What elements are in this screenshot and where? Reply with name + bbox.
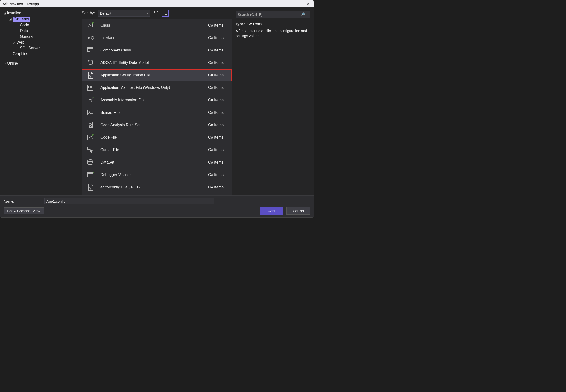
svg-point-34: [89, 123, 91, 126]
item-app-config[interactable]: Application Configuration File C# Items: [82, 69, 232, 81]
item-class[interactable]: C# Class C# Items: [82, 19, 232, 32]
svg-point-20: [88, 60, 93, 62]
svg-rect-9: [165, 12, 167, 12]
item-name: Class: [101, 23, 208, 28]
add-button[interactable]: Add: [260, 207, 283, 215]
sort-by-value: Default: [100, 11, 111, 15]
item-assembly-info[interactable]: C#i Assembly Information File C# Items: [82, 94, 232, 106]
item-name: Component Class: [101, 48, 208, 53]
type-value: C# Items: [247, 22, 262, 26]
chevron-down-icon: ◢: [4, 12, 7, 15]
tree-label: Installed: [7, 11, 21, 15]
tree-online[interactable]: ▷ Online: [3, 61, 79, 66]
svg-point-14: [88, 37, 90, 39]
item-category: C# Items: [208, 73, 224, 77]
tree-label: Web: [16, 40, 24, 44]
chevron-down-icon: ▼: [306, 13, 308, 15]
toolbar: Sort by: Default ▼: [82, 7, 232, 19]
item-name: Bitmap File: [101, 110, 208, 115]
svg-rect-33: [88, 122, 93, 128]
tree-label: Graphics: [13, 52, 28, 56]
button-row: Show Compact View Add Cancel: [4, 207, 310, 215]
type-label: Type:: [235, 22, 245, 26]
svg-point-19: [88, 51, 90, 52]
tree-sqlserver[interactable]: SQL Server: [3, 45, 79, 51]
svg-text:C#: C#: [92, 97, 94, 99]
item-category: C# Items: [208, 110, 224, 115]
tree-data[interactable]: Data: [3, 28, 79, 34]
name-input[interactable]: [44, 198, 215, 204]
detail-type: Type: C# Items: [235, 22, 310, 26]
cancel-button[interactable]: Cancel: [286, 207, 310, 215]
tree-code[interactable]: Code: [3, 22, 79, 28]
svg-rect-4: [157, 12, 158, 12]
item-bitmap[interactable]: Bitmap File C# Items: [82, 106, 232, 119]
item-category: C# Items: [208, 36, 224, 40]
item-editorconfig[interactable]: editorconfig File (.NET) C# Items: [82, 181, 232, 194]
item-debugger-vis[interactable]: C# Debugger Visualizer C# Items: [82, 168, 232, 181]
svg-point-15: [91, 36, 94, 39]
svg-text:C#: C#: [92, 171, 94, 173]
tree-graphics[interactable]: Graphics: [3, 51, 79, 57]
tree-csharp-items[interactable]: ◢ C# Items: [3, 16, 79, 22]
tree-label: Data: [20, 29, 28, 33]
item-cursor[interactable]: Cursor File C# Items: [82, 144, 232, 156]
main-area: ◢ Installed ◢ C# Items Code Data Ge: [0, 7, 314, 196]
item-component-class[interactable]: Component Class C# Items: [82, 44, 232, 56]
item-category: C# Items: [208, 61, 224, 65]
item-list[interactable]: C# Class C# Items Interface C# Items Com…: [82, 19, 232, 196]
sort-by-label: Sort by:: [82, 11, 95, 15]
item-category: C# Items: [208, 185, 224, 189]
svg-point-43: [88, 188, 90, 190]
svg-rect-18: [87, 48, 93, 49]
close-button[interactable]: ✕: [305, 2, 311, 6]
item-code-analysis[interactable]: Code Analysis Rule Set C# Items: [82, 119, 232, 131]
tree-installed[interactable]: ◢ Installed: [3, 10, 79, 16]
item-name: Application Manifest File (Windows Only): [101, 85, 208, 90]
item-manifest[interactable]: Application Manifest File (Windows Only)…: [82, 81, 232, 94]
item-category: C# Items: [208, 173, 224, 177]
item-interface[interactable]: Interface C# Items: [82, 32, 232, 44]
item-name: Code File: [101, 135, 208, 140]
search-input[interactable]: Search (Ctrl+E) 🔍 ▼: [235, 11, 310, 18]
svg-rect-10: [165, 13, 167, 14]
interface-icon: [86, 33, 95, 42]
assembly-info-icon: C#i: [86, 96, 95, 104]
item-category: C# Items: [208, 148, 224, 152]
list-view-button[interactable]: [162, 10, 169, 16]
item-code-file[interactable]: C# Code File C# Items: [82, 131, 232, 144]
item-dataset[interactable]: DataSet C# Items: [82, 156, 232, 168]
class-icon: C#: [86, 21, 95, 30]
svg-rect-37: [87, 147, 90, 149]
sort-by-dropdown[interactable]: Default ▼: [98, 10, 150, 16]
tree-label: C# Items: [13, 17, 30, 22]
item-category: C# Items: [208, 98, 224, 102]
name-label: Name:: [4, 199, 40, 203]
detail-pane: Search (Ctrl+E) 🔍 ▼ Type: C# Items A fil…: [232, 7, 314, 196]
component-icon: [86, 46, 95, 55]
manifest-icon: [86, 83, 95, 92]
svg-text:i: i: [90, 100, 90, 102]
item-category: C# Items: [208, 160, 224, 165]
item-ado-entity[interactable]: ADO.NET Entity Data Model C# Items: [82, 56, 232, 69]
item-name: Debugger Visualizer: [101, 173, 208, 177]
name-row: Name:: [4, 198, 310, 204]
category-tree: ◢ Installed ◢ C# Items Code Data Ge: [0, 7, 82, 196]
item-name: DataSet: [101, 160, 208, 165]
tree-label: Online: [7, 61, 18, 66]
svg-rect-3: [156, 13, 156, 13]
svg-point-21: [88, 76, 90, 78]
search-placeholder: Search (Ctrl+E): [238, 13, 301, 16]
item-name: Cursor File: [101, 148, 208, 152]
item-category: C# Items: [208, 123, 224, 127]
svg-rect-11: [165, 14, 167, 14]
grid-view-button[interactable]: [153, 10, 160, 16]
detail-description: A file for storing application configura…: [235, 28, 310, 38]
svg-rect-0: [154, 11, 155, 12]
tree-general[interactable]: General: [3, 34, 79, 40]
chevron-down-icon: ▼: [146, 12, 148, 14]
svg-rect-31: [87, 110, 93, 115]
tree-web[interactable]: ▷ Web: [3, 40, 79, 45]
compact-view-button[interactable]: Show Compact View: [4, 207, 44, 214]
cursor-icon: [86, 146, 95, 154]
